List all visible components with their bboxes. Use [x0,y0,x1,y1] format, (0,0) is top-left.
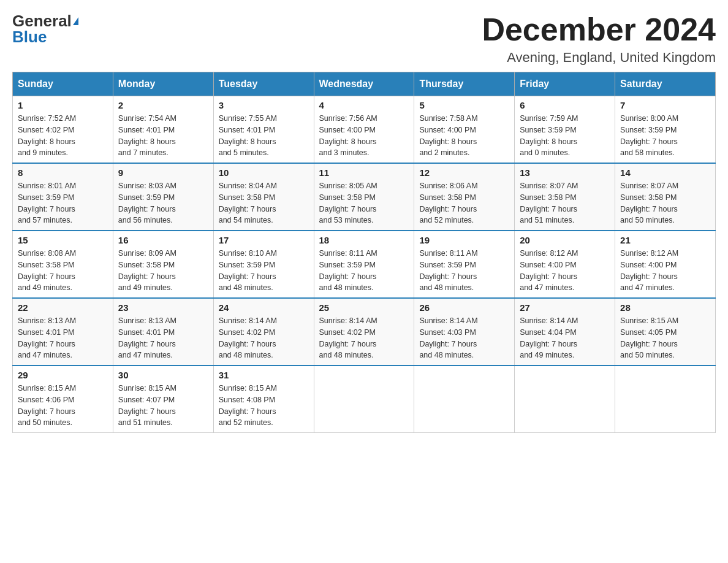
page-header: General Blue December 2024 Avening, Engl… [12,12,716,66]
day-number: 1 [18,100,108,110]
calendar-cell: 28 Sunrise: 8:15 AM Sunset: 4:05 PM Dayl… [615,298,716,366]
day-info: Sunrise: 8:15 AM Sunset: 4:08 PM Dayligh… [219,383,309,429]
calendar-cell: 6 Sunrise: 7:59 AM Sunset: 3:59 PM Dayli… [515,96,615,164]
calendar-cell: 31 Sunrise: 8:15 AM Sunset: 4:08 PM Dayl… [213,366,314,433]
day-number: 20 [520,235,610,245]
calendar-cell: 20 Sunrise: 8:12 AM Sunset: 4:00 PM Dayl… [515,231,615,298]
day-number: 24 [219,302,309,313]
day-info: Sunrise: 7:56 AM Sunset: 4:00 PM Dayligh… [319,113,409,159]
day-info: Sunrise: 8:15 AM Sunset: 4:07 PM Dayligh… [118,383,208,429]
header-saturday: Saturday [615,72,716,96]
day-number: 15 [18,235,108,245]
calendar-cell: 1 Sunrise: 7:52 AM Sunset: 4:02 PM Dayli… [13,96,113,164]
day-number: 16 [118,235,208,245]
day-info: Sunrise: 7:55 AM Sunset: 4:01 PM Dayligh… [219,113,309,159]
title-section: December 2024 Avening, England, United K… [482,12,716,66]
calendar-cell: 8 Sunrise: 8:01 AM Sunset: 3:59 PM Dayli… [13,163,113,231]
day-number: 3 [219,100,309,110]
day-info: Sunrise: 8:10 AM Sunset: 3:59 PM Dayligh… [219,248,309,294]
header-sunday: Sunday [13,72,113,96]
day-info: Sunrise: 8:12 AM Sunset: 4:00 PM Dayligh… [520,248,610,294]
day-number: 18 [319,235,409,245]
day-info: Sunrise: 8:01 AM Sunset: 3:59 PM Dayligh… [18,180,108,226]
calendar-cell: 12 Sunrise: 8:06 AM Sunset: 3:58 PM Dayl… [414,163,515,231]
day-number: 29 [18,370,108,380]
header-friday: Friday [515,72,615,96]
weekday-header-row: Sunday Monday Tuesday Wednesday Thursday… [13,72,716,96]
day-info: Sunrise: 8:03 AM Sunset: 3:59 PM Dayligh… [118,180,208,226]
calendar-cell [414,366,515,433]
day-info: Sunrise: 8:14 AM Sunset: 4:04 PM Dayligh… [520,315,610,361]
calendar-cell: 25 Sunrise: 8:14 AM Sunset: 4:02 PM Dayl… [314,298,414,366]
calendar-cell: 14 Sunrise: 8:07 AM Sunset: 3:58 PM Dayl… [615,163,716,231]
day-number: 30 [118,370,208,380]
day-number: 26 [419,302,509,313]
calendar-cell: 24 Sunrise: 8:14 AM Sunset: 4:02 PM Dayl… [213,298,314,366]
calendar-cell [515,366,615,433]
calendar-cell: 3 Sunrise: 7:55 AM Sunset: 4:01 PM Dayli… [213,96,314,164]
header-wednesday: Wednesday [314,72,414,96]
day-number: 21 [620,235,710,245]
calendar-cell: 17 Sunrise: 8:10 AM Sunset: 3:59 PM Dayl… [213,231,314,298]
day-info: Sunrise: 8:13 AM Sunset: 4:01 PM Dayligh… [118,315,208,361]
month-year-title: December 2024 [482,12,716,47]
day-info: Sunrise: 8:11 AM Sunset: 3:59 PM Dayligh… [319,248,409,294]
day-info: Sunrise: 8:11 AM Sunset: 3:59 PM Dayligh… [419,248,509,294]
day-info: Sunrise: 7:54 AM Sunset: 4:01 PM Dayligh… [118,113,208,159]
day-number: 17 [219,235,309,245]
logo: General Blue [12,12,78,47]
day-number: 14 [620,167,710,178]
header-tuesday: Tuesday [213,72,314,96]
calendar-cell: 9 Sunrise: 8:03 AM Sunset: 3:59 PM Dayli… [113,163,213,231]
day-number: 6 [520,100,610,110]
day-number: 5 [419,100,509,110]
header-thursday: Thursday [414,72,515,96]
day-number: 25 [319,302,409,313]
calendar-cell: 18 Sunrise: 8:11 AM Sunset: 3:59 PM Dayl… [314,231,414,298]
calendar-cell: 15 Sunrise: 8:08 AM Sunset: 3:58 PM Dayl… [13,231,113,298]
day-info: Sunrise: 8:14 AM Sunset: 4:02 PM Dayligh… [219,315,309,361]
day-info: Sunrise: 7:52 AM Sunset: 4:02 PM Dayligh… [18,113,108,159]
day-number: 8 [18,167,108,178]
day-info: Sunrise: 7:59 AM Sunset: 3:59 PM Dayligh… [520,113,610,159]
calendar-cell: 26 Sunrise: 8:14 AM Sunset: 4:03 PM Dayl… [414,298,515,366]
calendar-cell: 21 Sunrise: 8:12 AM Sunset: 4:00 PM Dayl… [615,231,716,298]
calendar-cell: 7 Sunrise: 8:00 AM Sunset: 3:59 PM Dayli… [615,96,716,164]
header-monday: Monday [113,72,213,96]
day-number: 4 [319,100,409,110]
day-number: 27 [520,302,610,313]
week-row-1: 1 Sunrise: 7:52 AM Sunset: 4:02 PM Dayli… [13,96,716,164]
calendar-cell: 2 Sunrise: 7:54 AM Sunset: 4:01 PM Dayli… [113,96,213,164]
week-row-5: 29 Sunrise: 8:15 AM Sunset: 4:06 PM Dayl… [13,366,716,433]
day-info: Sunrise: 8:15 AM Sunset: 4:06 PM Dayligh… [18,383,108,429]
week-row-3: 15 Sunrise: 8:08 AM Sunset: 3:58 PM Dayl… [13,231,716,298]
week-row-2: 8 Sunrise: 8:01 AM Sunset: 3:59 PM Dayli… [13,163,716,231]
day-info: Sunrise: 8:07 AM Sunset: 3:58 PM Dayligh… [620,180,710,226]
day-number: 31 [219,370,309,380]
day-info: Sunrise: 8:15 AM Sunset: 4:05 PM Dayligh… [620,315,710,361]
day-info: Sunrise: 7:58 AM Sunset: 4:00 PM Dayligh… [419,113,509,159]
day-info: Sunrise: 8:08 AM Sunset: 3:58 PM Dayligh… [18,248,108,294]
calendar-cell [615,366,716,433]
day-info: Sunrise: 8:06 AM Sunset: 3:58 PM Dayligh… [419,180,509,226]
calendar-cell: 16 Sunrise: 8:09 AM Sunset: 3:58 PM Dayl… [113,231,213,298]
day-info: Sunrise: 8:05 AM Sunset: 3:58 PM Dayligh… [319,180,409,226]
day-number: 9 [118,167,208,178]
calendar-cell: 13 Sunrise: 8:07 AM Sunset: 3:58 PM Dayl… [515,163,615,231]
day-info: Sunrise: 8:00 AM Sunset: 3:59 PM Dayligh… [620,113,710,159]
day-info: Sunrise: 8:12 AM Sunset: 4:00 PM Dayligh… [620,248,710,294]
day-number: 13 [520,167,610,178]
calendar-cell: 30 Sunrise: 8:15 AM Sunset: 4:07 PM Dayl… [113,366,213,433]
day-info: Sunrise: 8:09 AM Sunset: 3:58 PM Dayligh… [118,248,208,294]
day-info: Sunrise: 8:04 AM Sunset: 3:58 PM Dayligh… [219,180,309,226]
day-number: 10 [219,167,309,178]
week-row-4: 22 Sunrise: 8:13 AM Sunset: 4:01 PM Dayl… [13,298,716,366]
day-info: Sunrise: 8:14 AM Sunset: 4:02 PM Dayligh… [319,315,409,361]
calendar-cell: 27 Sunrise: 8:14 AM Sunset: 4:04 PM Dayl… [515,298,615,366]
calendar-cell: 4 Sunrise: 7:56 AM Sunset: 4:00 PM Dayli… [314,96,414,164]
location-subtitle: Avening, England, United Kingdom [482,50,716,66]
day-info: Sunrise: 8:14 AM Sunset: 4:03 PM Dayligh… [419,315,509,361]
calendar-cell: 11 Sunrise: 8:05 AM Sunset: 3:58 PM Dayl… [314,163,414,231]
calendar-cell: 19 Sunrise: 8:11 AM Sunset: 3:59 PM Dayl… [414,231,515,298]
logo-blue: Blue [12,28,47,47]
